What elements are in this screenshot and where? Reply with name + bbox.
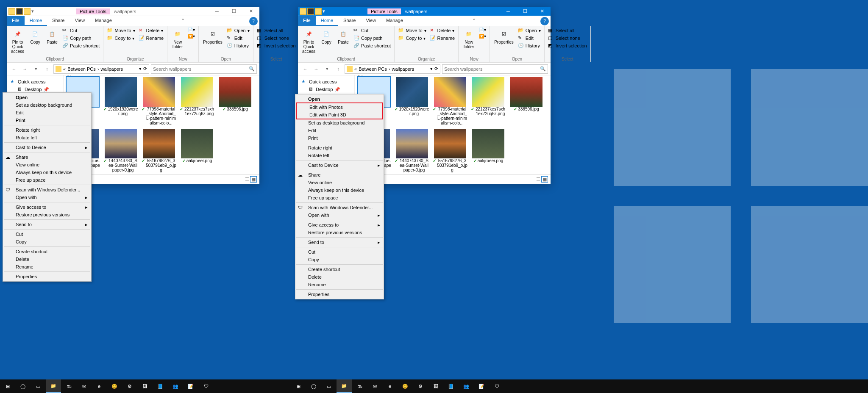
menu-item[interactable]: Send to▸ — [3, 221, 91, 228]
move-to-button[interactable]: 📁Move to ▾ — [106, 27, 136, 34]
thumbnails-view-icon[interactable]: ▦ — [250, 176, 257, 183]
menu-item[interactable]: Restore previous versions — [295, 229, 384, 236]
menu-item[interactable]: Set as desktop background — [295, 119, 384, 127]
menu-item[interactable]: Share☁ — [295, 171, 384, 179]
thumbnails-view-icon[interactable]: ▦ — [541, 176, 548, 183]
taskbar-photos-icon[interactable]: 🖼 — [428, 379, 443, 393]
taskbar-left[interactable]: ⊞◯▭📁🛍✉e😊⚙🖼📘👥📝🛡 — [0, 379, 291, 393]
paste-shortcut-button[interactable]: 🔗Paste shortcut — [353, 42, 392, 49]
collapse-ribbon-icon[interactable]: ⌃ — [178, 16, 188, 26]
new-folder-button[interactable]: 📁New folder — [461, 27, 476, 50]
invert-selection-button[interactable]: ◩Invert selection — [547, 42, 588, 49]
new-item-button[interactable]: 📄▾ — [478, 27, 487, 33]
file-item[interactable]: 1440743780_Sea-Sunset-Wallpaper-0.jpg — [395, 129, 429, 172]
paste-button[interactable]: 📋Paste — [336, 27, 351, 45]
edit-button[interactable]: ✎Edit — [517, 35, 542, 42]
qat-icon[interactable] — [24, 8, 31, 15]
dropdown-icon[interactable]: ▾ — [430, 66, 433, 72]
manage-tab[interactable]: Manage — [90, 16, 117, 26]
desktop-item[interactable]: 🖥Desktop 📌 — [300, 86, 353, 93]
recent-button[interactable]: ▾ — [323, 64, 332, 74]
menu-item[interactable]: Give access to▸ — [295, 221, 384, 229]
up-button[interactable]: ↑ — [42, 64, 52, 74]
menu-item[interactable]: Edit with Paint 3D — [297, 111, 382, 119]
taskbar-explorer-icon[interactable]: 📁 — [337, 379, 352, 393]
menu-item[interactable]: Cut — [295, 248, 384, 256]
taskbar-settings-icon[interactable]: ⚙ — [413, 379, 428, 393]
menu-item[interactable]: Free up space — [295, 194, 384, 202]
search-icon[interactable]: 🔍 — [249, 66, 255, 72]
menu-item[interactable]: Edit — [3, 109, 91, 116]
taskbar-store-icon[interactable]: 🛍 — [352, 379, 367, 393]
properties-button[interactable]: ☑Properties — [201, 27, 224, 45]
search-box[interactable]: 🔍 — [442, 64, 548, 74]
menu-item[interactable]: Delete — [3, 255, 91, 263]
taskbar-defender-icon[interactable]: 🛡 — [198, 379, 214, 393]
taskbar-store-icon[interactable]: 🛍 — [61, 379, 76, 393]
file-item[interactable]: aakjroeer.png — [471, 129, 506, 172]
history-button[interactable]: 🕓History — [226, 42, 250, 49]
titlebar[interactable]: ▾ Picture Tools wallpapers ─ ☐ ✕ — [7, 7, 259, 16]
taskbar-people-icon[interactable]: 👥 — [459, 379, 474, 393]
taskbar-notes-icon[interactable]: 📘 — [153, 379, 168, 393]
menu-item[interactable]: Create shortcut — [3, 248, 91, 255]
file-item[interactable]: aakjroeer.png — [180, 129, 214, 172]
search-input[interactable] — [444, 66, 540, 72]
taskbar-edge-icon[interactable]: e — [382, 379, 398, 393]
details-view-icon[interactable]: ☰ — [245, 176, 249, 183]
easy-access-button[interactable]: 🔽▾ — [187, 33, 196, 39]
select-all-button[interactable]: ▦Select all — [547, 27, 588, 34]
menu-item[interactable]: Copy — [3, 238, 91, 246]
new-folder-button[interactable]: 📁New folder — [170, 27, 185, 50]
qat-dropdown-icon[interactable]: ▾ — [323, 8, 325, 14]
breadcrumb-current[interactable]: wallpapers — [100, 66, 123, 72]
menu-item[interactable]: Always keep on this device — [3, 169, 91, 176]
file-item[interactable]: 1920x1920werer.png — [395, 77, 429, 125]
pin-quick-access-button[interactable]: 📌Pin to Quick access — [9, 27, 26, 55]
taskbar-edge-icon[interactable]: e — [92, 379, 107, 393]
copy-button[interactable]: 📄Copy — [319, 27, 334, 45]
breadcrumb-parent[interactable]: Between PCs — [359, 66, 387, 72]
file-list[interactable]: 5a...4.j1920x1920werer.png77998-material… — [64, 75, 259, 174]
quick-access-item[interactable]: ★Quick access — [8, 78, 61, 86]
taskbar-mail-icon[interactable]: ✉ — [76, 379, 92, 393]
menu-item[interactable]: Rename — [295, 281, 384, 288]
file-tab[interactable]: File — [298, 16, 316, 26]
taskbar-search-icon[interactable]: ◯ — [306, 379, 321, 393]
pin-quick-access-button[interactable]: 📌Pin to Quick access — [300, 27, 317, 55]
menu-item[interactable]: Rotate left — [295, 152, 384, 159]
edit-button[interactable]: ✎Edit — [226, 35, 250, 42]
menu-item[interactable]: Always keep on this device — [295, 186, 384, 194]
menu-item[interactable]: Rename — [3, 263, 91, 271]
taskbar-search-icon[interactable]: ◯ — [15, 379, 31, 393]
menu-item[interactable]: Copy — [295, 256, 384, 263]
file-item[interactable]: 221237kes7sxh1ex72uq6z.png — [180, 77, 214, 125]
close-button[interactable]: ✕ — [242, 7, 259, 16]
taskbar-settings-icon[interactable]: ⚙ — [122, 379, 137, 393]
menu-item[interactable]: Rotate left — [3, 134, 91, 141]
qat-icon[interactable] — [307, 8, 314, 15]
file-tab[interactable]: File — [7, 16, 25, 26]
open-button[interactable]: 📂Open ▾ — [226, 27, 250, 34]
taskbar-start-icon[interactable]: ⊞ — [0, 379, 15, 393]
search-icon[interactable]: 🔍 — [540, 66, 546, 72]
details-view-icon[interactable]: ☰ — [536, 176, 540, 183]
qat-icon[interactable] — [315, 8, 322, 15]
menu-item[interactable]: Open — [3, 94, 91, 101]
menu-item[interactable]: Create shortcut — [295, 266, 384, 273]
taskbar-taskview-icon[interactable]: ▭ — [321, 379, 337, 393]
search-input[interactable] — [153, 66, 249, 72]
copy-button[interactable]: 📄Copy — [28, 27, 43, 45]
back-button[interactable]: ← — [300, 64, 310, 74]
dropdown-icon[interactable]: ▾ — [139, 66, 142, 72]
menu-item[interactable]: Cast to Device▸ — [295, 161, 384, 169]
breadcrumb[interactable]: « Between PCs › wallpapers ▾ ⟳ — [53, 64, 149, 74]
file-item[interactable]: 338596.jpg — [218, 77, 253, 125]
copy-path-button[interactable]: 📑Copy path — [61, 35, 100, 42]
taskbar-emoji-icon[interactable]: 😊 — [398, 379, 413, 393]
titlebar[interactable]: ▾ Picture Tools wallpapers ─ ☐ ✕ — [298, 7, 551, 16]
rename-button[interactable]: 📝Rename — [138, 35, 165, 42]
select-none-button[interactable]: ▢Select none — [256, 35, 297, 42]
up-button[interactable]: ↑ — [334, 64, 343, 74]
file-item[interactable]: 221237kes7sxh1ex72uq6z.png — [471, 77, 506, 125]
